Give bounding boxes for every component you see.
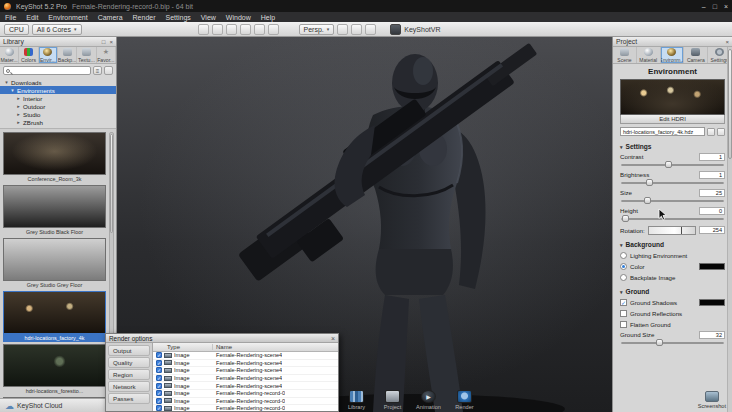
menu-environment[interactable]: Environment <box>43 14 92 21</box>
list-item[interactable]: Grey Studio Grey Floor <box>3 238 106 289</box>
checkbox-ground-shadows[interactable]: ✓ Ground Shadows <box>620 298 725 307</box>
table-row[interactable]: ✓ImageFemale-Rendering-scene4 <box>153 360 338 368</box>
rotation-value-field[interactable]: 254 <box>699 226 725 234</box>
list-view-icon[interactable]: ≡ <box>93 66 102 75</box>
close-icon[interactable]: × <box>331 335 335 342</box>
brightness-slider-thumb[interactable] <box>646 179 653 186</box>
dock-animation-button[interactable]: ▶Animation <box>415 390 442 410</box>
rotation-scrubber-cursor[interactable] <box>681 227 682 234</box>
ground-section-header[interactable]: ▾ Ground <box>620 288 725 295</box>
slider-track[interactable] <box>621 342 724 344</box>
toolbar-icon[interactable] <box>268 24 279 35</box>
nav-region[interactable]: Region <box>108 369 150 380</box>
tab-environment[interactable]: Environm... <box>661 47 685 63</box>
checkbox-ground-reflections[interactable]: Ground Reflections <box>620 309 725 318</box>
nav-network[interactable]: Network <box>108 381 150 392</box>
keyshotvr-icon[interactable] <box>390 24 401 35</box>
undock-icon[interactable]: □ <box>102 39 106 45</box>
table-row[interactable]: ✓ImageFemale-Rendering-scene4 <box>153 352 338 360</box>
close-icon[interactable]: × <box>725 39 729 45</box>
maximize-icon[interactable]: □ <box>713 3 717 10</box>
tree-item-environments[interactable]: ▾Environments <box>0 86 116 94</box>
list-item[interactable]: Grey Studio Black Floor <box>3 185 106 236</box>
height-value-field[interactable]: 0 <box>699 207 725 215</box>
contrast-value-field[interactable]: 1 <box>699 153 725 161</box>
list-item[interactable]: Conference_Room_3k <box>3 132 106 183</box>
tab-backplates[interactable]: Backp... <box>58 47 77 63</box>
brightness-value-field[interactable]: 1 <box>699 171 725 179</box>
scrollbar-thumb[interactable] <box>728 49 732 159</box>
tree-item-interior[interactable]: ▸Interior <box>0 94 116 102</box>
table-row[interactable]: ✓ImageFemale-Rendering-record-0 <box>153 398 338 406</box>
list-item-selected[interactable]: hdri-locations_factory_4k <box>3 291 106 342</box>
menu-file[interactable]: File <box>0 14 21 21</box>
menu-help[interactable]: Help <box>256 14 280 21</box>
toolbar-icon[interactable] <box>226 24 237 35</box>
toolbar-icon[interactable] <box>254 24 265 35</box>
height-slider-thumb[interactable] <box>622 215 629 222</box>
checkbox-checked-icon[interactable]: ✓ <box>156 352 162 358</box>
slider-track[interactable] <box>621 218 724 220</box>
render-options-titlebar[interactable]: Render options × <box>106 334 338 343</box>
ground-size-slider-thumb[interactable] <box>656 339 663 346</box>
keyshot-cloud-button[interactable]: ☁ KeyShot Cloud <box>0 398 116 412</box>
tree-item-outdoor[interactable]: ▸Outdoor <box>0 102 116 110</box>
rotation-scrubber[interactable] <box>648 226 696 235</box>
list-item[interactable]: hdri-locations_forestto... <box>3 344 106 395</box>
project-scrollbar[interactable] <box>727 47 732 412</box>
nav-passes[interactable]: Passes <box>108 393 150 404</box>
ground-size-value-field[interactable]: 32 <box>699 331 725 339</box>
minimize-icon[interactable]: – <box>702 3 706 10</box>
menu-window[interactable]: Window <box>221 14 256 21</box>
folder-view-icon[interactable] <box>104 66 113 75</box>
background-section-header[interactable]: ▾ Background <box>620 241 725 248</box>
menu-camera[interactable]: Camera <box>93 14 128 21</box>
checkbox-checked-icon[interactable]: ✓ <box>156 390 162 396</box>
tab-favorites[interactable]: ★Favor... <box>97 47 116 63</box>
table-row[interactable]: ✓ImageFemale-Rendering-scene4 <box>153 382 338 390</box>
radio-icon[interactable] <box>620 252 627 259</box>
size-slider-thumb[interactable] <box>644 197 651 204</box>
tree-item-zbrush[interactable]: ▸ZBrush <box>0 118 116 126</box>
search-input[interactable] <box>3 66 91 75</box>
checkbox-flatten-ground[interactable]: Flatten Ground <box>620 320 725 329</box>
checkbox-icon[interactable] <box>620 321 627 328</box>
checkbox-checked-icon[interactable]: ✓ <box>156 367 162 373</box>
dock-library-button[interactable]: Library <box>343 390 370 410</box>
toolbar-icon[interactable] <box>337 24 348 35</box>
close-icon[interactable]: × <box>724 3 728 10</box>
open-folder-icon[interactable] <box>707 128 715 136</box>
checkbox-checked-icon[interactable]: ✓ <box>156 360 162 366</box>
close-icon[interactable]: × <box>109 39 113 45</box>
toolbar-icon[interactable] <box>212 24 223 35</box>
checkbox-checked-icon[interactable]: ✓ <box>156 405 162 411</box>
radio-backplate-image[interactable]: Backplate Image <box>620 273 725 282</box>
menu-view[interactable]: View <box>196 14 221 21</box>
nav-quality[interactable]: Quality <box>108 357 150 368</box>
toolbar-icon[interactable] <box>240 24 251 35</box>
table-row[interactable]: ✓ImageFemale-Rendering-record-0 <box>153 390 338 398</box>
background-color-swatch[interactable] <box>699 263 725 270</box>
radio-color[interactable]: Color <box>620 262 725 271</box>
checkbox-icon[interactable] <box>620 310 627 317</box>
menu-edit[interactable]: Edit <box>21 14 43 21</box>
scrollbar-thumb[interactable] <box>110 134 113 233</box>
radio-lighting-environment[interactable]: Lighting Environment <box>620 251 725 260</box>
radio-icon[interactable] <box>620 274 627 281</box>
screenshot-button[interactable]: Screenshot <box>698 391 726 409</box>
dock-project-button[interactable]: Project <box>379 390 406 410</box>
tab-environments[interactable]: Envir... <box>39 47 58 63</box>
radio-selected-icon[interactable] <box>620 263 627 270</box>
contrast-slider-thumb[interactable] <box>665 161 672 168</box>
nav-output[interactable]: Output <box>108 345 150 356</box>
table-row[interactable]: ✓ImageFemale-Rendering-scene4 <box>153 375 338 383</box>
hdri-file-field[interactable]: hdri-locations_factory_4k.hdz <box>620 127 705 136</box>
tab-camera[interactable]: Camera <box>684 47 708 63</box>
checkbox-checked-icon[interactable]: ✓ <box>620 299 627 306</box>
menu-settings[interactable]: Settings <box>161 14 196 21</box>
dock-render-button[interactable]: Render <box>451 390 478 410</box>
toolbar-icon[interactable] <box>365 24 376 35</box>
slider-track[interactable] <box>621 182 724 184</box>
tree-item-downloads[interactable]: ▾Downloads <box>0 78 116 86</box>
hdri-preview-image[interactable] <box>620 79 725 115</box>
